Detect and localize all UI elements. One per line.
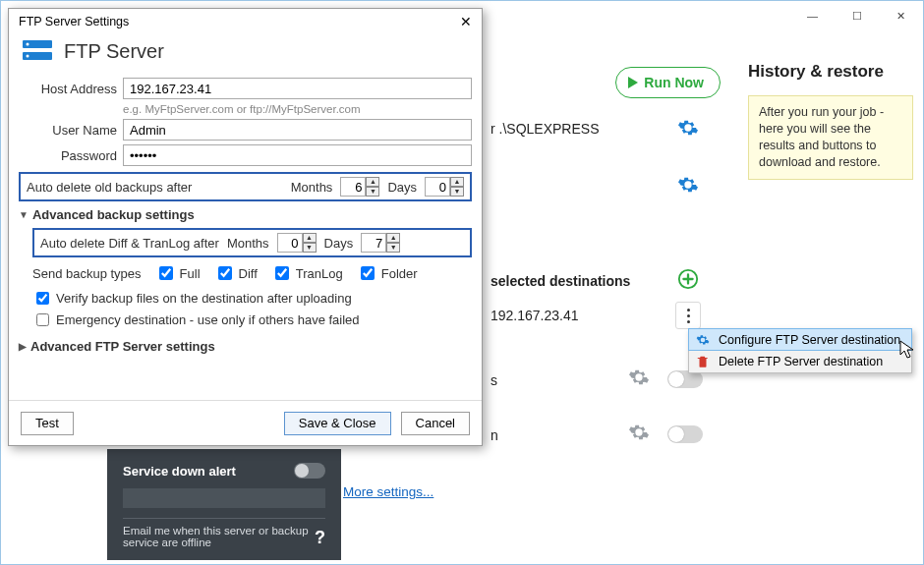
more-settings-link[interactable]: More settings... [343, 484, 433, 499]
send-types-label: Send backup types [32, 266, 142, 281]
dialog-close-button[interactable]: ✕ [456, 12, 476, 31]
days-label: Days [387, 180, 417, 195]
advanced-backup-expander[interactable]: ▼ Advanced backup settings [19, 207, 472, 222]
ftp-ip-label: 192.167.23.41 [491, 308, 579, 323]
service-down-toggle[interactable] [294, 463, 325, 479]
chevron-down-icon: ▼ [19, 209, 29, 220]
folder-label: Folder [381, 266, 418, 281]
verify-label: Verify backup files on the destination a… [56, 291, 352, 306]
spin-down[interactable]: ▼ [450, 187, 464, 197]
host-hint: e.g. MyFtpServer.com or ftp://MyFtpServe… [123, 103, 472, 115]
test-button[interactable]: Test [21, 412, 74, 435]
service-down-sub: Email me when this server or backup serv… [123, 525, 310, 548]
days-input[interactable] [425, 177, 450, 197]
advanced-backup-label: Advanced backup settings [32, 207, 195, 222]
advanced-ftp-expander[interactable]: ▶ Advanced FTP Server settings [19, 339, 472, 354]
auto-delete-diff-label: Auto delete Diff & TranLog after [40, 236, 219, 251]
auto-delete-box: Auto delete old backups after Months ▲▼ … [19, 172, 472, 201]
ctx-configure-label: Configure FTP Server destination [719, 333, 900, 347]
dialog-title: FTP Server Settings [19, 15, 129, 28]
host-input[interactable] [123, 78, 472, 99]
gear-icon [695, 332, 711, 348]
diff-label: Diff [239, 266, 258, 281]
row-s-label: s [491, 372, 497, 388]
service-down-title: Service down alert [123, 464, 236, 479]
days-label: Days [324, 236, 354, 251]
gear-icon[interactable] [628, 422, 650, 443]
save-button[interactable]: Save & Close [284, 412, 391, 435]
help-icon[interactable]: ? [315, 528, 325, 548]
chevron-right-icon: ▶ [19, 341, 27, 352]
diff-days-input[interactable] [361, 233, 386, 253]
sql-instance-label: r .\SQLEXPRESS [491, 121, 599, 137]
play-icon [628, 77, 638, 88]
emergency-label: Emergency destination - use only if othe… [56, 312, 360, 327]
months-label: Months [227, 236, 269, 251]
verify-checkbox[interactable] [36, 292, 49, 305]
alert-email-input[interactable] [123, 488, 325, 508]
diff-months-input[interactable] [277, 233, 303, 253]
ctx-delete-label: Delete FTP Server destination [719, 355, 883, 368]
spin-up[interactable]: ▲ [386, 233, 400, 243]
row-n-label: n [491, 427, 498, 443]
user-input[interactable] [123, 119, 472, 141]
pass-label: Password [19, 148, 117, 163]
server-icon [21, 38, 54, 64]
spin-down[interactable]: ▼ [366, 187, 379, 197]
run-now-label: Run Now [644, 75, 704, 90]
run-now-button[interactable]: Run Now [615, 67, 721, 98]
months-label: Months [291, 180, 333, 195]
diff-checkbox[interactable] [218, 266, 232, 280]
spin-up[interactable]: ▲ [303, 233, 317, 243]
gear-icon[interactable] [628, 367, 650, 388]
host-label: Host Address [19, 82, 117, 96]
svg-point-3 [27, 43, 29, 46]
months-input[interactable] [340, 177, 366, 197]
emergency-checkbox[interactable] [36, 313, 49, 326]
row-toggle[interactable] [667, 425, 703, 443]
right-column: History & restore After you run your job… [748, 32, 913, 554]
full-label: Full [180, 266, 201, 281]
minimize-button[interactable]: — [790, 2, 835, 29]
close-button[interactable]: ✕ [879, 2, 923, 29]
dest-menu-button[interactable] [675, 302, 701, 329]
tranlog-label: TranLog [296, 266, 343, 281]
ctx-delete[interactable]: Delete FTP Server destination [689, 350, 911, 372]
full-checkbox[interactable] [159, 266, 173, 280]
folder-checkbox[interactable] [361, 266, 375, 280]
maximize-button[interactable]: ☐ [835, 2, 879, 29]
advanced-ftp-label: Advanced FTP Server settings [30, 339, 215, 354]
service-down-panel: Service down alert Email me when this se… [107, 449, 341, 560]
svg-point-4 [27, 55, 29, 58]
spin-down[interactable]: ▼ [303, 243, 317, 253]
trash-icon [695, 354, 711, 369]
spin-down[interactable]: ▼ [386, 243, 400, 253]
add-destination-button[interactable] [677, 268, 699, 290]
context-menu: Configure FTP Server destination Delete … [688, 328, 912, 373]
spin-up[interactable]: ▲ [366, 177, 379, 187]
ctx-configure[interactable]: Configure FTP Server destination [688, 328, 912, 351]
history-title: History & restore [748, 62, 913, 82]
auto-delete-label: Auto delete old backups after [27, 180, 192, 195]
history-hint: After you run your job - here you will s… [748, 95, 913, 180]
cursor-icon [899, 340, 915, 360]
gear-icon[interactable] [677, 117, 699, 139]
pass-input[interactable] [123, 144, 472, 166]
gear-icon[interactable] [677, 174, 699, 196]
user-label: User Name [19, 123, 117, 138]
cancel-button[interactable]: Cancel [401, 412, 470, 435]
selected-dest-label: selected destinations [491, 273, 630, 289]
spin-up[interactable]: ▲ [450, 177, 464, 187]
dialog-header: FTP Server [64, 40, 164, 63]
tranlog-checkbox[interactable] [275, 266, 289, 280]
ftp-settings-dialog: FTP Server Settings ✕ FTP Server Host Ad… [8, 8, 483, 446]
auto-delete-diff-box: Auto delete Diff & TranLog after Months … [32, 228, 472, 257]
